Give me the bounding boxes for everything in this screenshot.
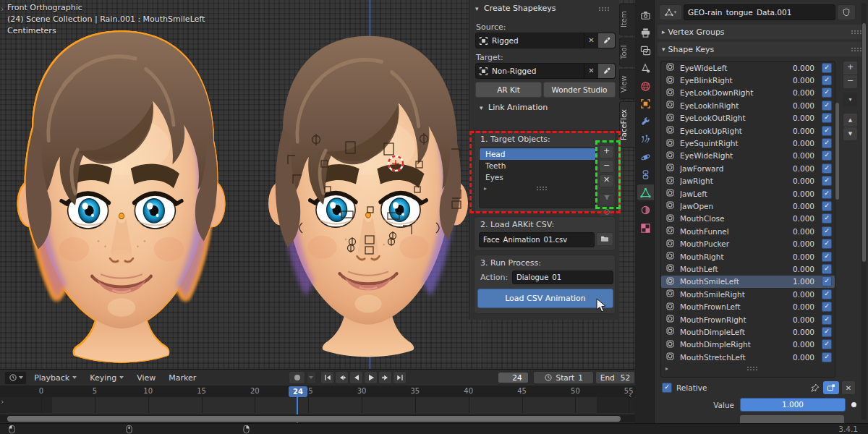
- link-animation-header[interactable]: ▾ Link Animation: [480, 103, 548, 112]
- load-csv-animation-button[interactable]: Load CSV Animation: [477, 289, 613, 308]
- shape-keys-header[interactable]: ▾ Shape Keys: [658, 42, 866, 56]
- sidebar-tab-item[interactable]: Item: [619, 4, 635, 35]
- eyedropper-icon[interactable]: [598, 33, 615, 48]
- frame-end-field[interactable]: End 52: [595, 371, 635, 384]
- shape-key-value[interactable]: 0.000: [783, 151, 814, 160]
- menu-marker[interactable]: Marker: [169, 373, 196, 383]
- shape-key-checkbox[interactable]: ✓: [822, 289, 832, 299]
- folder-icon[interactable]: [596, 232, 613, 246]
- mesh-data-icon[interactable]: ▾: [659, 4, 682, 20]
- keyframe-dot[interactable]: [851, 402, 856, 407]
- close-icon[interactable]: ✕: [841, 380, 856, 395]
- panel-grip-icon[interactable]: [598, 7, 609, 12]
- shape-key-list[interactable]: EyeWideLeft0.000✓EyeBlinkRight0.000✓EyeL…: [660, 61, 835, 378]
- shape-key-row[interactable]: MouthFunnel0.000✓: [661, 225, 835, 237]
- shape-key-row[interactable]: MouthRight0.000✓: [661, 250, 835, 263]
- editor-type-button[interactable]: [4, 371, 27, 385]
- menu-playback[interactable]: Playback: [34, 373, 77, 383]
- shape-key-value[interactable]: 0.000: [783, 190, 814, 198]
- shape-key-value[interactable]: 0.000: [783, 328, 814, 336]
- playhead-frame-label[interactable]: 24: [289, 386, 307, 397]
- auto-key-record-button[interactable]: [289, 371, 305, 384]
- head-non-rigged[interactable]: [268, 36, 468, 357]
- shape-key-checkbox[interactable]: ✓: [822, 88, 832, 98]
- shape-key-row[interactable]: MouthPucker0.000✓: [661, 237, 835, 250]
- shape-key-row[interactable]: EyeWideLeft0.000✓: [661, 61, 835, 74]
- shape-key-row[interactable]: MouthLeft0.000✓: [661, 263, 835, 275]
- shape-key-value[interactable]: 0.000: [783, 127, 814, 135]
- jump-to-start-button[interactable]: [320, 371, 334, 384]
- remove-shapekey-button[interactable]: −: [843, 75, 858, 89]
- specials-menu-button[interactable]: ▾: [843, 93, 858, 107]
- shape-key-checkbox[interactable]: ✓: [822, 315, 832, 325]
- csv-file-field[interactable]: Face_Animation_01.csv: [479, 232, 595, 247]
- shape-key-checkbox[interactable]: ✓: [822, 213, 832, 224]
- shape-key-row[interactable]: EyeLookOutRight0.000✓: [661, 112, 835, 124]
- shape-key-checkbox[interactable]: ✓: [822, 138, 832, 148]
- object-properties-tab-icon[interactable]: [637, 96, 654, 112]
- shape-key-checkbox[interactable]: ✓: [822, 63, 832, 73]
- shape-key-checkbox[interactable]: ✓: [822, 339, 832, 349]
- play-reverse-button[interactable]: [349, 371, 363, 384]
- shape-key-checkbox[interactable]: ✓: [822, 302, 832, 312]
- shape-key-value[interactable]: 0.000: [783, 265, 814, 273]
- play-forward-button[interactable]: [364, 371, 378, 384]
- ar-kit-button[interactable]: AR Kit: [475, 82, 542, 98]
- pin-icon[interactable]: [808, 381, 821, 394]
- shape-key-row[interactable]: MouthStretchLeft0.000✓: [661, 351, 835, 363]
- shape-key-row[interactable]: EyeSquintRight0.000✓: [661, 137, 835, 149]
- clear-button[interactable]: ✕: [584, 33, 598, 48]
- move-down-button[interactable]: ▼: [843, 127, 858, 141]
- shape-key-checkbox[interactable]: ✓: [822, 113, 832, 123]
- value-slider[interactable]: 1.000: [740, 398, 846, 412]
- constraints-properties-tab-icon[interactable]: [637, 167, 654, 183]
- shape-key-value[interactable]: 0.000: [783, 302, 814, 311]
- shape-key-row[interactable]: JawOpen0.000✓: [661, 200, 835, 212]
- shape-key-value[interactable]: 1.000: [783, 277, 814, 286]
- ruler-collapse-arrow[interactable]: ‹: [629, 391, 631, 400]
- shape-key-row[interactable]: JawLeft0.000✓: [661, 187, 835, 200]
- shape-key-checkbox[interactable]: ✓: [822, 176, 832, 186]
- datablock-name-field[interactable]: GEO-rain_tongue_Data.001: [684, 4, 835, 20]
- shape-key-row[interactable]: JawForward0.000✓: [661, 162, 835, 174]
- sidebar-tab-faceflex[interactable]: FaceFlex: [619, 101, 635, 148]
- shape-key-value[interactable]: 0.000: [783, 88, 814, 97]
- shape-key-row[interactable]: EyeBlinkRight0.000✓: [661, 74, 835, 86]
- timeline-scrollbar[interactable]: [0, 414, 635, 422]
- playhead-line[interactable]: [297, 396, 298, 414]
- shape-key-value[interactable]: 0.000: [783, 252, 814, 261]
- clear-button[interactable]: ✕: [584, 64, 598, 78]
- timeline-scrollbar-handle[interactable]: [7, 416, 621, 422]
- list-grip-icon[interactable]: [746, 366, 757, 371]
- shape-key-checkbox[interactable]: ✓: [822, 75, 832, 85]
- shape-key-value[interactable]: 0.000: [783, 101, 814, 110]
- shape-key-row[interactable]: MouthFrownLeft0.000✓: [661, 300, 835, 312]
- create-shapekeys-header[interactable]: ▾ Create Shapekeys: [475, 4, 556, 13]
- shape-key-value[interactable]: 0.000: [783, 227, 814, 236]
- shapekey-edit-mode-toggle[interactable]: [823, 381, 839, 394]
- shape-key-checkbox[interactable]: ✓: [822, 101, 832, 111]
- shape-key-value[interactable]: 0.000: [783, 76, 814, 85]
- region-expand-arrow[interactable]: ›: [1, 4, 4, 14]
- shape-key-checkbox[interactable]: ✓: [822, 163, 832, 174]
- eyedropper-icon[interactable]: [598, 64, 615, 78]
- shape-key-value[interactable]: 0.000: [783, 315, 814, 324]
- head-rigged[interactable]: [19, 32, 225, 362]
- shape-key-checkbox[interactable]: ✓: [822, 239, 832, 249]
- shape-key-checkbox[interactable]: ✓: [822, 126, 832, 136]
- move-up-button[interactable]: ▲: [843, 113, 858, 127]
- shape-key-row[interactable]: EyeLookUpRight0.000✓: [661, 124, 835, 137]
- shape-key-value[interactable]: 0.000: [783, 290, 814, 299]
- channel-expand-arrow[interactable]: ›: [1, 397, 4, 407]
- material-properties-tab-icon[interactable]: [637, 203, 654, 218]
- keying-set-dropdown[interactable]: [307, 371, 316, 384]
- shape-key-row[interactable]: JawRight0.000✓: [661, 175, 835, 187]
- source-field[interactable]: Rigged ✕: [475, 33, 616, 48]
- menu-keying[interactable]: Keying: [90, 373, 124, 383]
- shape-key-checkbox[interactable]: ✓: [822, 226, 832, 237]
- expand-icon[interactable]: ▸: [665, 365, 668, 372]
- panel-grip-icon[interactable]: [851, 30, 861, 35]
- shape-key-row[interactable]: MouthSmileLeft1.000✓: [661, 276, 835, 288]
- shape-key-value[interactable]: 0.000: [783, 340, 814, 349]
- shape-key-row[interactable]: EyeLookInRight0.000✓: [661, 99, 835, 111]
